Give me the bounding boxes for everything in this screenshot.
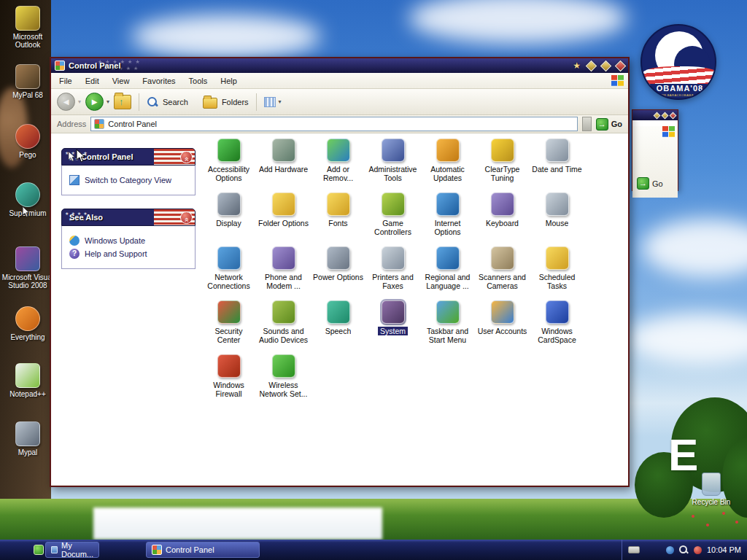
windows-update-link[interactable]: Windows Update <box>69 236 187 246</box>
scanners-cameras-icon <box>491 246 514 270</box>
item-folder-options[interactable]: Folder Options <box>256 189 311 243</box>
menu-help[interactable]: Help <box>214 74 244 88</box>
secondary-window-titlebar[interactable] <box>632 110 678 120</box>
maximize-icon[interactable] <box>600 60 612 71</box>
item-network-connections[interactable]: Network Connections <box>201 243 256 297</box>
search-icon[interactable] <box>147 96 158 108</box>
menu-tools[interactable]: Tools <box>182 74 214 88</box>
toolbar-separator <box>256 93 257 111</box>
desktop-icon-mypal68[interactable]: MyPal 68 <box>1 64 54 99</box>
printers-faxes-icon <box>382 246 405 270</box>
item-wireless-network-setup[interactable]: Wireless Network Set... <box>256 351 311 405</box>
collapse-chevron-icon[interactable] <box>180 211 193 224</box>
item-taskbar-and-start-menu[interactable]: Taskbar and Start Menu <box>420 297 475 351</box>
tray-alert-icon[interactable] <box>694 546 702 554</box>
item-administrative-tools[interactable]: Administrative Tools <box>365 135 420 189</box>
control-panel-items-grid: Accessibility Options Add Hardware Add o… <box>201 135 584 405</box>
item-cleartype-tuning[interactable]: ClearType Tuning <box>475 135 530 189</box>
minimize-icon[interactable] <box>654 112 661 119</box>
secondary-window[interactable]: → Go <box>632 109 678 191</box>
window-title: Control Panel <box>69 61 121 70</box>
user-accounts-icon <box>491 300 514 324</box>
item-user-accounts[interactable]: User Accounts <box>475 297 530 351</box>
taskbar-button-label: My Docum... <box>61 541 93 559</box>
item-automatic-updates[interactable]: Automatic Updates <box>420 135 475 189</box>
titlebar[interactable]: Control Panel <box>51 58 628 73</box>
item-add-hardware[interactable]: Add Hardware <box>256 135 311 189</box>
desktop-icon-microsoft-outlook[interactable]: Microsoft Outlook <box>1 6 54 49</box>
minimize-icon[interactable] <box>586 60 597 71</box>
tray-app-icon[interactable] <box>666 546 674 554</box>
item-label: Windows Firewall <box>203 381 255 398</box>
menu-view[interactable]: View <box>106 74 136 88</box>
folders-icon[interactable] <box>203 98 217 109</box>
menu-file[interactable]: File <box>53 74 79 88</box>
switch-to-category-view-link[interactable]: Switch to Category View <box>69 175 187 185</box>
item-windows-cardspace[interactable]: Windows CardSpace <box>530 297 584 351</box>
up-button[interactable]: ↑ <box>114 95 131 109</box>
secondary-go-button[interactable]: → Go <box>637 177 663 190</box>
views-dropdown-icon[interactable]: ▾ <box>279 98 282 105</box>
item-accessibility-options[interactable]: Accessibility Options <box>201 135 256 189</box>
item-mouse[interactable]: Mouse <box>530 189 584 243</box>
desktop-icon-recycle-bin[interactable]: Recycle Bin <box>690 472 732 506</box>
windows-cardspace-icon <box>546 300 569 324</box>
maximize-icon[interactable] <box>662 112 669 119</box>
item-power-options[interactable]: Power Options <box>311 243 365 297</box>
keyboard-layout-icon[interactable] <box>628 546 640 553</box>
item-scheduled-tasks[interactable]: Scheduled Tasks <box>530 243 584 297</box>
taskbar-button-my-documents[interactable]: My Docum... <box>45 542 99 558</box>
desktop-icon-notepad-plus-plus[interactable]: Notepad++ <box>1 363 54 398</box>
forward-button[interactable]: ▶ <box>85 93 104 111</box>
address-dropdown-button[interactable] <box>582 117 592 131</box>
menu-edit[interactable]: Edit <box>79 74 106 88</box>
link-label: Help and Support <box>85 249 147 258</box>
forward-dropdown-icon[interactable]: ▾ <box>107 98 109 105</box>
item-internet-options[interactable]: Internet Options <box>420 189 475 243</box>
desktop-icon-pego[interactable]: Pego <box>1 124 54 159</box>
address-input[interactable]: Control Panel <box>90 117 577 131</box>
item-scanners-and-cameras[interactable]: Scanners and Cameras <box>475 243 530 297</box>
search-button-label[interactable]: Search <box>163 98 188 106</box>
item-label: Security Center <box>203 327 255 344</box>
network-connections-icon <box>217 246 241 270</box>
go-button[interactable]: → Go <box>596 118 622 131</box>
views-icon[interactable] <box>264 97 276 107</box>
start-button[interactable] <box>34 545 44 555</box>
obama-logo-band: OBAMA'08 WWW.BARACKOBAMA.COM <box>642 84 716 100</box>
desktop-icon-mypal[interactable]: Mypal <box>1 421 54 456</box>
item-security-center[interactable]: Security Center <box>201 297 256 351</box>
automatic-updates-icon <box>436 139 460 162</box>
item-sounds-and-audio[interactable]: Sounds and Audio Devices <box>256 297 311 351</box>
collapse-chevron-icon[interactable] <box>180 151 193 163</box>
close-icon[interactable] <box>670 112 677 119</box>
back-button[interactable]: ◀ <box>57 93 75 111</box>
go-label: Go <box>611 120 622 128</box>
item-regional-and-language[interactable]: Regional and Language ... <box>420 243 475 297</box>
accessibility-options-icon <box>217 139 241 162</box>
item-system[interactable]: System <box>365 297 420 351</box>
item-phone-and-modem[interactable]: Phone and Modem ... <box>256 243 311 297</box>
item-label: Date and Time <box>532 165 581 174</box>
item-printers-and-faxes[interactable]: Printers and Faxes <box>365 243 420 297</box>
item-speech[interactable]: Speech <box>311 297 365 351</box>
folders-button-label[interactable]: Folders <box>222 98 249 106</box>
back-dropdown-icon[interactable]: ▾ <box>78 98 81 105</box>
help-and-support-link[interactable]: Help and Support <box>69 249 187 259</box>
power-options-icon <box>327 246 350 270</box>
item-display[interactable]: Display <box>201 189 256 243</box>
address-bar: Address Control Panel → Go <box>51 115 628 133</box>
taskbar-button-control-panel[interactable]: Control Panel <box>146 542 260 558</box>
item-fonts[interactable]: Fonts <box>311 189 365 243</box>
item-keyboard[interactable]: Keyboard <box>475 189 530 243</box>
panel-header[interactable]: See Also <box>61 209 196 226</box>
desktop-icon-visual-studio[interactable]: Microsoft Visual Studio 2008 <box>1 246 54 289</box>
magnifier-icon[interactable] <box>679 545 689 555</box>
item-add-remove-programs[interactable]: Add or Remov... <box>311 135 365 189</box>
item-game-controllers[interactable]: Game Controllers <box>365 189 420 243</box>
menu-favorites[interactable]: Favorites <box>136 74 182 88</box>
item-windows-firewall[interactable]: Windows Firewall <box>201 351 256 405</box>
close-icon[interactable] <box>615 60 627 71</box>
desktop-icon-everything[interactable]: Everything <box>1 306 54 341</box>
item-date-and-time[interactable]: Date and Time <box>530 135 584 189</box>
